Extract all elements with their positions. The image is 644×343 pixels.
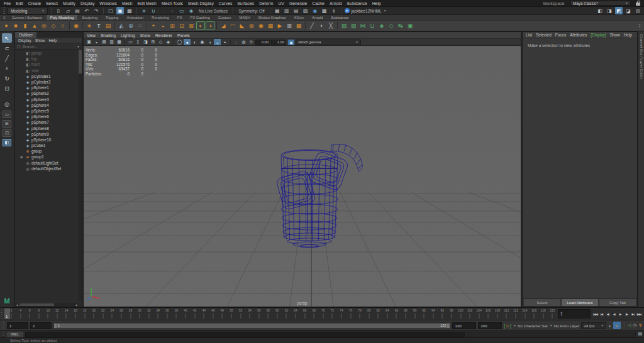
platonic-solid-icon[interactable]: ◉ [72,21,80,30]
character-set-icon[interactable]: [☺] [504,323,511,329]
character-controls-toggle[interactable]: ⊞ [634,7,641,14]
sculpt-tool-icon[interactable]: ◗ [317,21,326,30]
script-editor-icon[interactable]: ▤ [638,332,642,337]
menu-create[interactable]: Create [28,1,41,6]
viewport-icon[interactable] [230,40,231,45]
shaded-mode-icon[interactable]: ● [184,39,191,45]
camera-attributes-icon[interactable]: ▤ [101,39,108,45]
step-back-frame-button[interactable]: |◀ [599,310,604,318]
ae-menu-attributes[interactable]: Attributes [570,33,587,37]
menu-mesh[interactable]: Mesh [122,1,133,6]
shelf-tab-mash[interactable]: MASH [236,15,254,20]
shelf-icon[interactable] [216,22,217,30]
shelf-icon[interactable] [82,22,83,30]
menu-curves[interactable]: Curves [219,1,233,6]
separate-icon[interactable]: ◒ [158,21,167,30]
smooth-icon[interactable]: ◐ [196,21,205,30]
menu-edit[interactable]: Edit [16,1,23,6]
step-forward-key-button[interactable]: |▶ [624,310,630,318]
shelf-icon[interactable] [147,22,147,30]
combine-icon[interactable]: ◓ [149,21,158,30]
outliner-item[interactable]: ◧ side [15,68,82,74]
outliner-item[interactable]: ◈ pCylinder2 [15,79,82,85]
menu-select[interactable]: Select [46,1,58,6]
outliner-item[interactable]: ◈ pSphere9 [15,131,82,137]
current-time-marker[interactable]: 1 [4,308,10,319]
outliner-item[interactable]: ◧ front [15,62,82,67]
menu-windows[interactable]: Windows [99,1,117,6]
outliner-item[interactable]: ⊕ group [15,148,82,154]
shelf-tab-rigging[interactable]: Rigging [102,15,122,20]
bevel-icon[interactable]: ◣ [238,21,247,30]
current-frame-field[interactable]: 1 [558,309,591,318]
redo-icon[interactable]: ↷ [92,7,100,14]
outliner-tab[interactable]: Outliner [15,32,36,38]
attribute-editor-toggle[interactable]: ◧ [596,7,604,14]
xray-joints-icon[interactable]: ◍ [240,39,247,45]
ae-menu-selected[interactable]: Selected [536,33,552,37]
symmetry-select[interactable]: Symmetry: Off [236,9,266,13]
construction-plane-icon[interactable]: ◭ [117,21,126,30]
modeling-toolkit-toggle[interactable]: ◪ [625,7,632,14]
drag-grip[interactable] [1,308,3,319]
menu-edit-mesh[interactable]: Edit Mesh [138,1,157,6]
select-by-object-icon[interactable]: ▣ [116,7,124,14]
audio-icon[interactable]: ◁ [628,323,631,328]
outliner-item[interactable]: ◈ pCube1 [15,143,82,148]
uv-automatic-projection-icon[interactable]: ▨ [349,21,358,30]
anim-layer-select[interactable]: ▼No Anim Layer [550,324,580,328]
outliner-item[interactable]: ◈ pSphere8 [15,125,82,131]
playback-start-field[interactable]: 1 [30,322,52,329]
make-live-icon[interactable]: ◈ [187,7,195,14]
uv-cut-icon[interactable]: ⋈ [358,21,367,30]
boolean-intersect-icon[interactable]: ⊠ [187,21,196,30]
sphere-project-icon[interactable]: ◉ [257,21,265,30]
svg-tool-icon[interactable]: ▤ [104,21,113,30]
viewport-menu-view[interactable]: View [87,33,96,38]
boolean-union-icon[interactable]: ⊞ [168,21,177,30]
hypershade-icon[interactable]: ◉ [311,7,319,14]
target-weld-icon[interactable]: ⊠ [285,21,294,30]
tool-settings-toggle[interactable]: ◨ [606,7,613,14]
outliner-item[interactable]: ◈ pSphere10 [15,137,82,143]
outliner-item[interactable]: ◈ pSphere3 [15,97,82,102]
snap-to-view-plane-icon[interactable]: ▭ [178,7,186,14]
menu-file[interactable]: File [4,1,11,6]
snap-to-grid-icon[interactable]: # [140,7,148,14]
poly-sphere-icon[interactable]: ● [2,21,11,30]
outliner-persp-layout-button[interactable]: ◧ [3,139,11,146]
single-pane-layout-button[interactable]: ▭ [3,111,11,118]
animation-start-field[interactable]: 1 [7,322,28,329]
outliner-item[interactable]: ◧ top [15,56,82,62]
viewport-menu-shading[interactable]: Shading [101,33,116,38]
range-slider-bar[interactable]: 1 120 [54,324,450,328]
reduce-icon[interactable]: ◑ [206,21,214,30]
go-to-start-button[interactable]: |◀◀ [592,310,598,318]
menu-substance[interactable]: Substance [347,1,367,6]
search-input[interactable]: Search... [23,45,75,48]
channel-box-layer-editor-tab[interactable]: Channel Box / Layer Editor [640,34,643,307]
shelf-menu-icon[interactable]: ≡ [1,15,8,20]
poly-plane-icon[interactable]: ◇ [49,21,58,30]
lasso-tool[interactable]: ⊂ [2,43,12,53]
select-button[interactable]: Select [524,299,560,306]
viewport-icon[interactable] [174,40,174,45]
step-forward-frame-button[interactable]: ▶| [630,310,636,318]
channel-box-toggle[interactable]: ◩ [615,7,623,14]
scale-tool[interactable]: ⊡ [2,84,12,93]
playback-end-field[interactable]: 120 [452,322,476,329]
shelf-tab-xgen[interactable]: XGen [291,15,308,20]
film-gate-icon[interactable]: ▭ [127,39,134,45]
animation-end-field[interactable]: 200 [478,322,502,329]
select-tool[interactable]: ↖ [2,33,12,43]
range-slider-track[interactable]: 1 120 [53,322,450,329]
snap-to-curve-icon[interactable]: ∪ [150,7,157,14]
menu-cache[interactable]: Cache [312,1,325,6]
menu-generate[interactable]: Generate [289,1,307,6]
shadows-icon[interactable]: ◑ [206,39,213,45]
colorspace-select[interactable]: sRGB gamma ▼ [296,40,361,45]
uv-layout-icon[interactable]: ◇ [387,21,396,30]
gate-mask-icon[interactable]: ◨ [142,39,149,45]
safe-action-icon[interactable]: ◇ [157,39,164,45]
connect-icon[interactable]: ▩ [294,21,303,30]
